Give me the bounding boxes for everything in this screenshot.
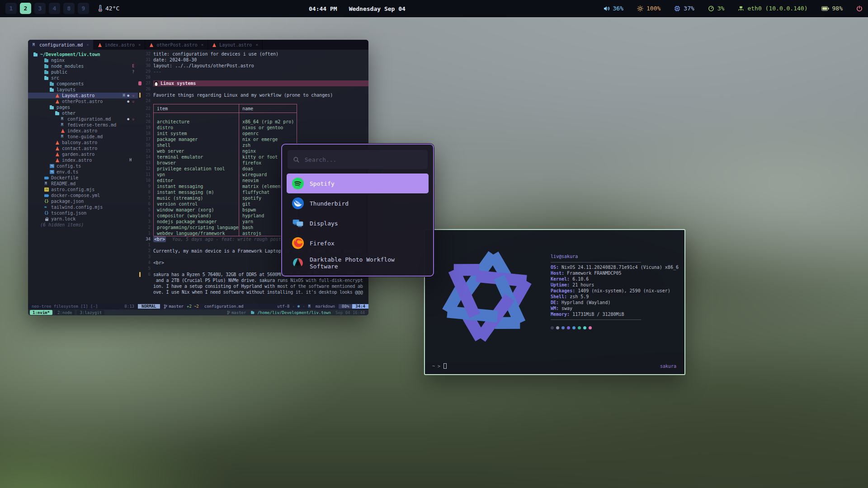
file-icon <box>50 87 55 92</box>
line-number: 24 <box>142 98 153 104</box>
tree-item[interactable]: env.d.ts <box>28 169 138 175</box>
tmux-window-button[interactable]: 3:lazygit <box>77 310 104 315</box>
terminal-cursor <box>443 363 447 369</box>
close-icon[interactable]: × <box>138 42 141 47</box>
workspace-button[interactable]: 8 <box>63 3 75 14</box>
tree-item[interactable]: yarn.lock <box>28 216 138 222</box>
spotify-icon <box>292 178 304 189</box>
file-icon <box>55 140 60 145</box>
launcher-item-thunderbird[interactable]: Thunderbird <box>287 193 429 213</box>
tree-item[interactable]: astro.config.mjs <box>28 187 138 192</box>
table-cell-name: nixos or gentoo <box>239 125 297 131</box>
line-number: 29 <box>142 69 153 75</box>
close-icon[interactable]: × <box>255 42 258 47</box>
tree-item[interactable]: index.astro <box>28 128 138 134</box>
tree-mark: H <box>129 158 132 162</box>
cpu-value: 3% <box>717 5 725 12</box>
tree-item[interactable]: nginx <box>28 57 138 63</box>
tree-item[interactable]: (6 hidden items) <box>28 222 138 228</box>
tree-item[interactable]: tailwind.config.mjs <box>28 204 138 210</box>
launcher-item-spotify[interactable]: Spotify <box>287 174 429 193</box>
terminal-window-fastfetch[interactable]: liv@sakura OS: NixOS 24.11.20240828.71e9… <box>424 229 685 375</box>
tree-item[interactable]: src <box>28 75 138 81</box>
displays-icon <box>292 217 304 229</box>
tree-item[interactable]: pages <box>28 104 138 110</box>
divider <box>551 262 641 263</box>
vim-mode-indicator: NORMAL <box>138 304 160 309</box>
power-icon <box>856 5 863 12</box>
line-number: 26 <box>142 86 153 92</box>
tree-mark: H ● <box>123 94 129 98</box>
workspace-button[interactable]: 2 <box>20 3 31 14</box>
info-value: zsh 5.9 <box>570 294 589 300</box>
line-number: 4 <box>142 260 153 266</box>
power-module[interactable] <box>856 5 863 12</box>
tree-item[interactable]: ~/Development/liv.town <box>28 52 138 57</box>
tree-item[interactable]: Dockerfile <box>28 175 138 181</box>
launcher-item-displays[interactable]: Displays <box>287 213 429 233</box>
tree-item[interactable]: package.json <box>28 198 138 204</box>
brightness-module[interactable]: 100% <box>637 5 660 12</box>
info-value: 1409 (nix-system), 2590 (nix-user) <box>578 288 670 294</box>
gutter-sign <box>138 283 142 289</box>
tree-item[interactable]: fediverse-terms.md <box>28 122 138 128</box>
workspace-button[interactable]: 9 <box>78 3 89 14</box>
terminal-color-palette <box>551 326 679 329</box>
tab-index-astro[interactable]: index.astro × <box>94 40 146 50</box>
workspace-button[interactable]: 1 <box>5 3 17 14</box>
info-value: 11731MiB / 31280MiB <box>572 311 624 317</box>
divider <box>551 319 641 320</box>
tree-item[interactable]: docker-compose.yml <box>28 192 138 198</box>
system-info-panel: liv@sakura OS: NixOS 24.11.20240828.71e9… <box>551 253 679 329</box>
palette-dot <box>589 326 592 329</box>
volume-value: 36% <box>613 5 623 12</box>
temperature-value: 42°C <box>105 5 119 12</box>
table-cell-item: instant messaging (m) <box>154 189 239 195</box>
tmux-window-button[interactable]: 1:nvim* <box>30 310 52 315</box>
tree-item[interactable]: contact.astro <box>28 145 138 151</box>
system-info-rows: OS: NixOS 24.11.20240828.71e91c4 (Vicuna… <box>551 264 679 317</box>
workspace-button[interactable]: 4 <box>49 3 60 14</box>
file-icon <box>50 169 55 174</box>
darktable-icon <box>292 257 304 269</box>
tree-item[interactable]: garden.astro <box>28 151 138 157</box>
close-icon[interactable]: × <box>86 42 89 47</box>
launcher-search[interactable] <box>288 150 428 169</box>
line-number: 4 <box>142 213 153 219</box>
tree-item[interactable]: config.ts <box>28 163 138 169</box>
clock-date: Wednesday Sep 04 <box>349 5 406 12</box>
tmux-window-button[interactable]: 2:node <box>55 310 75 315</box>
network-module[interactable]: eth0 (10.0.0.140) <box>738 5 807 12</box>
tab-otherpost-astro[interactable]: otherPost.astro × <box>145 40 208 50</box>
line-number: 12 <box>142 166 153 172</box>
tree-item[interactable]: balcony.astro <box>28 140 138 145</box>
workspace-button[interactable]: 3 <box>34 3 46 14</box>
tree-item[interactable]: public ? <box>28 69 138 75</box>
search-input[interactable] <box>304 156 422 164</box>
tree-statusline: neo-tree filesystem [1] [-] 8:13 <box>28 303 138 310</box>
line-number: 14 <box>142 154 153 160</box>
info-row: Shell: zsh 5.9 <box>551 294 679 300</box>
tree-mark: ● <box>127 99 129 103</box>
line-number: 9 <box>142 183 153 189</box>
tree-item[interactable]: components <box>28 81 138 87</box>
launcher-item-darktable[interactable]: Darktable Photo Workflow Software <box>287 253 429 273</box>
tree-item[interactable]: node_modules E <box>28 63 138 69</box>
tree-item[interactable]: Layout.astro H ● ▫ <box>28 93 138 99</box>
tree-item[interactable]: configuration.md ● ▫ <box>28 116 138 122</box>
tree-item[interactable]: index.astro H <box>28 157 138 163</box>
tree-item[interactable]: otherPost.astro ● ▫ <box>28 99 138 104</box>
launcher-item-firefox[interactable]: Firefox <box>287 233 429 253</box>
close-icon[interactable]: × <box>201 42 203 47</box>
tab-layout-astro[interactable]: Layout.astro × <box>208 40 263 50</box>
line-number: 17 <box>142 136 153 142</box>
line-number: 31 <box>142 57 153 63</box>
tree-item[interactable]: README.md <box>28 181 138 187</box>
tree-item[interactable]: other <box>28 110 138 116</box>
volume-module[interactable]: 36% <box>604 5 623 12</box>
tab-configuration-md[interactable]: configuration.md × <box>28 40 94 50</box>
tree-item[interactable]: layouts <box>28 87 138 93</box>
tree-item[interactable]: tsconfig.json <box>28 210 138 216</box>
shell-prompt[interactable]: ~ > <box>432 363 447 369</box>
tree-item[interactable]: tone-guide.md <box>28 134 138 140</box>
